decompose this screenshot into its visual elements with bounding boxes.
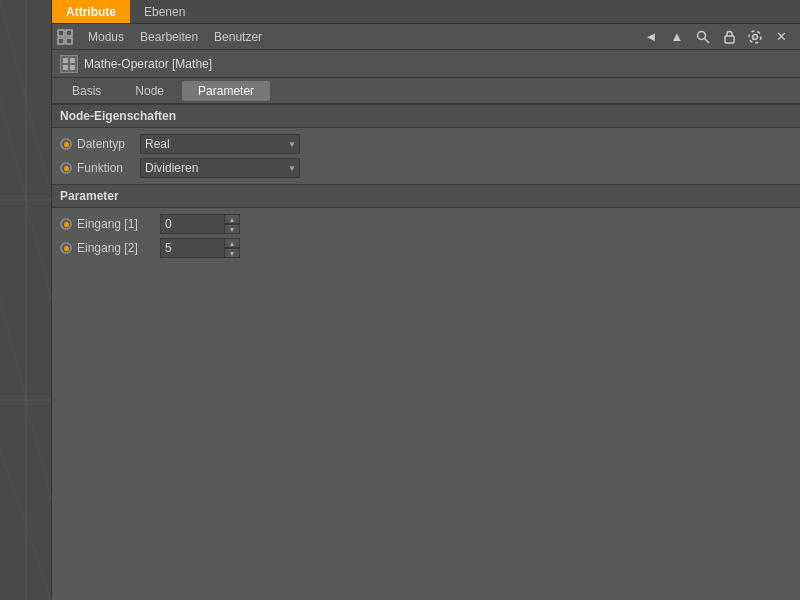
eingang1-label: Eingang [1] xyxy=(77,217,138,231)
toolbar-right: ◄ ▲ ✕ xyxy=(640,26,796,48)
grid-icon xyxy=(56,28,74,46)
datentyp-dropdown-wrapper: Real Integer Boolean String xyxy=(140,134,300,154)
cursor-icon[interactable]: ▲ xyxy=(666,26,688,48)
eingang1-arrows: ▲ ▼ xyxy=(224,214,240,234)
svg-rect-8 xyxy=(66,30,72,36)
funktion-dropdown-wrapper: Addieren Subtrahieren Multiplizieren Div… xyxy=(140,158,300,178)
close-icon[interactable]: ✕ xyxy=(770,26,792,48)
datentyp-radio[interactable] xyxy=(60,138,72,150)
svg-rect-9 xyxy=(58,38,64,44)
eingang2-spinner-wrapper: ▲ ▼ xyxy=(160,238,240,258)
eingang1-row: Eingang [1] ▲ ▼ xyxy=(52,212,800,236)
sub-tab-parameter[interactable]: Parameter xyxy=(182,81,270,101)
menu-benutzer[interactable]: Benutzer xyxy=(206,28,270,46)
eingang1-up-arrow[interactable]: ▲ xyxy=(224,214,240,224)
lock-icon[interactable] xyxy=(718,26,740,48)
svg-rect-17 xyxy=(70,58,75,63)
tab-ebenen[interactable]: Ebenen xyxy=(130,0,199,23)
parameter-rows: Eingang [1] ▲ ▼ Eingang [2] xyxy=(52,208,800,264)
datentyp-label: Datentyp xyxy=(77,137,125,151)
sub-tab-basis[interactable]: Basis xyxy=(56,81,117,101)
parameter-header: Parameter xyxy=(52,184,800,208)
svg-rect-18 xyxy=(63,65,68,70)
funktion-select[interactable]: Addieren Subtrahieren Multiplizieren Div… xyxy=(140,158,300,178)
funktion-label: Funktion xyxy=(77,161,123,175)
sub-tab-node[interactable]: Node xyxy=(119,81,180,101)
svg-rect-10 xyxy=(66,38,72,44)
node-title-text: Mathe-Operator [Mathe] xyxy=(84,57,212,71)
datentyp-label-container: Datentyp xyxy=(60,137,140,151)
svg-point-14 xyxy=(753,34,758,39)
datentyp-select[interactable]: Real Integer Boolean String xyxy=(140,134,300,154)
eingang1-radio[interactable] xyxy=(60,218,72,230)
tab-bar: Attribute Ebenen xyxy=(52,0,800,24)
settings-icon[interactable] xyxy=(744,26,766,48)
svg-rect-19 xyxy=(70,65,75,70)
eingang1-label-container: Eingang [1] xyxy=(60,217,160,231)
viewport-area xyxy=(0,0,52,600)
eingang2-label-container: Eingang [2] xyxy=(60,241,160,255)
svg-point-11 xyxy=(698,31,706,39)
tab-attribute[interactable]: Attribute xyxy=(52,0,130,23)
eingang1-spinner-wrapper: ▲ ▼ xyxy=(160,214,240,234)
eingang2-up-arrow[interactable]: ▲ xyxy=(224,238,240,248)
sub-tabs: Basis Node Parameter xyxy=(52,78,800,104)
menu-bar: Modus Bearbeiten Benutzer ◄ ▲ xyxy=(52,24,800,50)
eingang2-row: Eingang [2] ▲ ▼ xyxy=(52,236,800,260)
funktion-radio[interactable] xyxy=(60,162,72,174)
funktion-label-container: Funktion xyxy=(60,161,140,175)
svg-rect-7 xyxy=(58,30,64,36)
menu-bearbeiten[interactable]: Bearbeiten xyxy=(132,28,206,46)
node-eigenschaften-rows: Datentyp Real Integer Boolean String Fun… xyxy=(52,128,800,184)
svg-rect-13 xyxy=(725,36,734,43)
svg-line-12 xyxy=(705,38,710,43)
node-title-bar: Mathe-Operator [Mathe] xyxy=(52,50,800,78)
eingang2-down-arrow[interactable]: ▼ xyxy=(224,248,240,258)
node-title-icon xyxy=(60,55,78,73)
svg-rect-16 xyxy=(63,58,68,63)
node-eigenschaften-header: Node-Eigenschaften xyxy=(52,104,800,128)
search-icon[interactable] xyxy=(692,26,714,48)
arrow-left-icon[interactable]: ◄ xyxy=(640,26,662,48)
datentyp-row: Datentyp Real Integer Boolean String xyxy=(52,132,800,156)
menu-modus[interactable]: Modus xyxy=(80,28,132,46)
main-panel: Attribute Ebenen Modus Bearbeiten Benutz… xyxy=(52,0,800,600)
eingang2-arrows: ▲ ▼ xyxy=(224,238,240,258)
eingang2-radio[interactable] xyxy=(60,242,72,254)
viewport-grid xyxy=(0,0,52,600)
eingang1-down-arrow[interactable]: ▼ xyxy=(224,224,240,234)
funktion-row: Funktion Addieren Subtrahieren Multipliz… xyxy=(52,156,800,180)
svg-point-15 xyxy=(749,31,761,43)
eingang2-label: Eingang [2] xyxy=(77,241,138,255)
content-area: Mathe-Operator [Mathe] Basis Node Parame… xyxy=(52,50,800,600)
